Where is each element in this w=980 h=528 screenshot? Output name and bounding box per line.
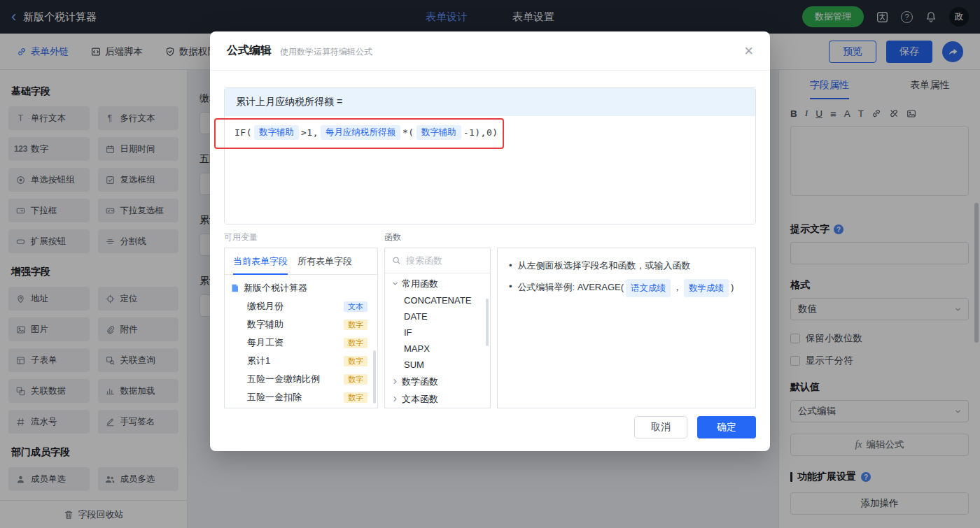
- help-example: 公式编辑举例: AVERAGE(语文成绩，数学成绩): [518, 279, 734, 297]
- field-type-badge: 文本: [344, 301, 368, 312]
- formula-editor-modal: 公式编辑 使用数学运算符编辑公式 × 累计上月应纳税所得额 = IF(数字辅助>…: [210, 31, 770, 451]
- variables-tab[interactable]: 当前表单字段: [233, 248, 288, 274]
- formula-box: 累计上月应纳税所得额 = IF(数字辅助>1,每月应纳税所得额*(数字辅助-1)…: [224, 87, 756, 224]
- chevron-down-icon: [392, 280, 398, 287]
- function-group[interactable]: 文本函数: [385, 390, 490, 408]
- variable-item[interactable]: 五险一金缴纳比例数字: [230, 370, 368, 388]
- modal-title: 公式编辑: [227, 43, 272, 58]
- variable-name: 累计1: [247, 355, 270, 367]
- field-type-badge: 数字: [344, 320, 368, 330]
- help-example-row: • 公式编辑举例: AVERAGE(语文成绩，数学成绩): [509, 279, 744, 297]
- variable-name: 五险一金缴纳比例: [247, 373, 320, 385]
- help-tip-row: • 从左侧面板选择字段名和函数，或输入函数: [509, 258, 744, 273]
- variables-label: 可用变量: [224, 231, 384, 243]
- bullet-icon: •: [509, 279, 512, 294]
- function-group-label: 常用函数: [402, 278, 438, 290]
- modal-footer: 取消 确定: [634, 416, 756, 438]
- formula-text: ，: [673, 282, 682, 292]
- formula-text: ): [731, 282, 734, 292]
- ok-button[interactable]: 确定: [697, 416, 756, 438]
- formula-text: >1,: [301, 127, 318, 138]
- chevron-right-icon: [392, 396, 398, 402]
- field-type-badge: 数字: [344, 374, 368, 385]
- field-type-badge: 数字: [344, 338, 368, 348]
- panel-labels: 可用变量 函数: [224, 231, 756, 243]
- variables-panel: 当前表单字段所有表单字段 新版个税计算器缴税月份文本数字辅助数字每月工资数字累计…: [224, 248, 378, 408]
- search-icon: [392, 256, 401, 265]
- variable-name: 每月工资: [247, 336, 284, 349]
- modal-body: 累计上月应纳税所得额 = IF(数字辅助>1,每月应纳税所得额*(数字辅助-1)…: [210, 71, 770, 408]
- variable-item[interactable]: 缴税月份文本: [230, 297, 368, 315]
- variables-root-label: 新版个税计算器: [244, 282, 307, 294]
- var-tabs: 当前表单字段所有表单字段: [225, 248, 377, 275]
- formula-editor[interactable]: IF(数字辅助>1,每月应纳税所得额*(数字辅助-1),0): [225, 116, 755, 224]
- help-tip-1: 从左侧面板选择字段名和函数，或输入函数: [518, 258, 691, 273]
- variable-item[interactable]: 数字辅助数字: [230, 315, 368, 334]
- formula-text: 公式编辑举例: AVERAGE(: [518, 282, 624, 292]
- modal-header: 公式编辑 使用数学运算符编辑公式 ×: [210, 31, 770, 71]
- function-group[interactable]: 常用函数: [385, 275, 490, 292]
- field-chip[interactable]: 数字辅助: [254, 125, 299, 140]
- var-list: 新版个税计算器缴税月份文本数字辅助数字每月工资数字累计1数字五险一金缴纳比例数字…: [225, 275, 377, 408]
- variables-tab[interactable]: 所有表单字段: [298, 248, 352, 274]
- doc-icon: [230, 283, 239, 293]
- close-icon[interactable]: ×: [744, 43, 753, 59]
- formula-text: IF(: [234, 127, 252, 138]
- function-item[interactable]: DATE: [385, 308, 490, 324]
- functions-label: 函数: [384, 231, 401, 243]
- field-chip[interactable]: 数字辅助: [416, 125, 461, 140]
- function-item[interactable]: CONCATENATE: [385, 292, 490, 308]
- bullet-icon: •: [509, 258, 512, 273]
- panel-row: 当前表单字段所有表单字段 新版个税计算器缴税月份文本数字辅助数字每月工资数字累计…: [224, 248, 756, 408]
- function-group-label: 文本函数: [402, 393, 438, 406]
- function-item[interactable]: IF: [385, 324, 490, 341]
- variable-name: 数字辅助: [247, 318, 284, 331]
- function-search-input[interactable]: [406, 255, 483, 266]
- formula-help-panel: • 从左侧面板选择字段名和函数，或输入函数 • 公式编辑举例: AVERAGE(…: [497, 248, 756, 408]
- chevron-right-icon: [392, 378, 398, 385]
- functions-scrollbar[interactable]: [486, 299, 489, 346]
- formula-text: *(: [402, 127, 414, 138]
- function-group-label: 数学函数: [402, 376, 438, 388]
- formula-line: IF(数字辅助>1,每月应纳税所得额*(数字辅助-1),0): [234, 125, 746, 140]
- function-item[interactable]: MAPX: [385, 341, 490, 357]
- field-chip[interactable]: 每月应纳税所得额: [321, 125, 400, 140]
- variable-name: 五险一金扣除: [247, 391, 302, 404]
- function-group[interactable]: 数学函数: [385, 373, 490, 390]
- field-type-badge: 数字: [344, 392, 368, 403]
- formula-text: -1),0): [463, 127, 498, 138]
- modal-subtitle: 使用数学运算符编辑公式: [280, 46, 372, 58]
- field-chip: 数学成绩: [684, 279, 729, 297]
- func-tree: 常用函数CONCATENATEDATEIFMAPXSUM数学函数文本函数: [385, 273, 490, 408]
- variables-scrollbar[interactable]: [373, 350, 376, 404]
- variable-name: 缴税月份: [247, 300, 284, 313]
- cancel-button[interactable]: 取消: [634, 416, 687, 438]
- variable-item[interactable]: 每月工资数字: [230, 334, 368, 352]
- function-item[interactable]: SUM: [385, 357, 490, 373]
- field-type-badge: 数字: [344, 356, 368, 366]
- function-search: [385, 248, 490, 273]
- variables-root: 新版个税计算器: [230, 279, 368, 297]
- field-chip: 语文成绩: [626, 279, 671, 297]
- formula-target: 累计上月应纳税所得额 =: [225, 88, 755, 116]
- variable-item[interactable]: 累计1数字: [230, 352, 368, 370]
- variable-item[interactable]: 五险一金扣除数字: [230, 388, 368, 406]
- functions-panel: 常用函数CONCATENATEDATEIFMAPXSUM数学函数文本函数: [384, 248, 491, 408]
